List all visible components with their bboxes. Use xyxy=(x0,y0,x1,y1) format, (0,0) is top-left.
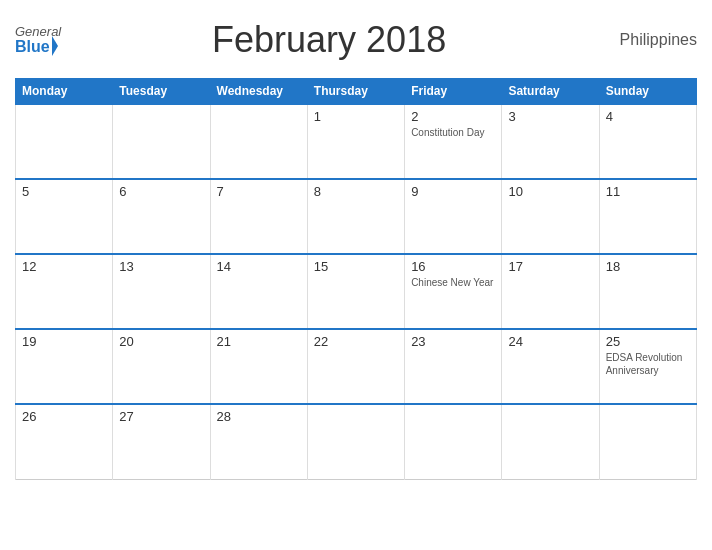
country-label: Philippines xyxy=(597,31,697,49)
calendar-cell: 13 xyxy=(113,254,210,329)
day-number: 23 xyxy=(411,334,495,349)
day-number: 3 xyxy=(508,109,592,124)
calendar-cell: 2Constitution Day xyxy=(405,104,502,179)
calendar-cell: 18 xyxy=(599,254,696,329)
weekday-wednesday: Wednesday xyxy=(210,79,307,105)
logo-triangle-icon xyxy=(52,36,58,56)
calendar-title: February 2018 xyxy=(61,19,597,61)
calendar-week-5: 262728 xyxy=(16,404,697,479)
calendar-cell xyxy=(16,104,113,179)
calendar-cell: 28 xyxy=(210,404,307,479)
day-number: 6 xyxy=(119,184,203,199)
calendar-body: 12Constitution Day345678910111213141516C… xyxy=(16,104,697,479)
day-number: 17 xyxy=(508,259,592,274)
calendar-cell xyxy=(502,404,599,479)
calendar-cell: 27 xyxy=(113,404,210,479)
calendar-cell: 3 xyxy=(502,104,599,179)
day-number: 10 xyxy=(508,184,592,199)
day-number: 28 xyxy=(217,409,301,424)
day-number: 20 xyxy=(119,334,203,349)
calendar-cell: 20 xyxy=(113,329,210,404)
calendar-cell: 23 xyxy=(405,329,502,404)
day-number: 11 xyxy=(606,184,690,199)
calendar-header-row: Monday Tuesday Wednesday Thursday Friday… xyxy=(16,79,697,105)
logo-blue-text: Blue xyxy=(15,38,58,56)
day-number: 1 xyxy=(314,109,398,124)
day-number: 12 xyxy=(22,259,106,274)
calendar-cell: 26 xyxy=(16,404,113,479)
day-number: 7 xyxy=(217,184,301,199)
day-number: 22 xyxy=(314,334,398,349)
day-event: Chinese New Year xyxy=(411,276,495,289)
weekday-friday: Friday xyxy=(405,79,502,105)
weekday-saturday: Saturday xyxy=(502,79,599,105)
calendar-cell: 10 xyxy=(502,179,599,254)
day-number: 5 xyxy=(22,184,106,199)
day-number: 16 xyxy=(411,259,495,274)
calendar-grid: Monday Tuesday Wednesday Thursday Friday… xyxy=(15,78,697,480)
day-number: 19 xyxy=(22,334,106,349)
calendar-cell: 9 xyxy=(405,179,502,254)
calendar-cell xyxy=(405,404,502,479)
day-number: 26 xyxy=(22,409,106,424)
day-number: 9 xyxy=(411,184,495,199)
calendar-week-1: 12Constitution Day34 xyxy=(16,104,697,179)
calendar-week-4: 19202122232425EDSA Revolution Anniversar… xyxy=(16,329,697,404)
logo: General Blue xyxy=(15,25,61,56)
calendar-cell: 14 xyxy=(210,254,307,329)
day-number: 18 xyxy=(606,259,690,274)
calendar-cell: 6 xyxy=(113,179,210,254)
calendar-cell: 5 xyxy=(16,179,113,254)
day-number: 27 xyxy=(119,409,203,424)
day-number: 25 xyxy=(606,334,690,349)
calendar-cell: 21 xyxy=(210,329,307,404)
calendar-container: General Blue February 2018 Philippines M… xyxy=(0,0,712,550)
day-number: 24 xyxy=(508,334,592,349)
calendar-cell xyxy=(210,104,307,179)
calendar-header: General Blue February 2018 Philippines xyxy=(15,10,697,70)
day-number: 15 xyxy=(314,259,398,274)
calendar-cell: 12 xyxy=(16,254,113,329)
calendar-cell: 7 xyxy=(210,179,307,254)
day-event: Constitution Day xyxy=(411,126,495,139)
weekday-sunday: Sunday xyxy=(599,79,696,105)
day-number: 4 xyxy=(606,109,690,124)
weekday-thursday: Thursday xyxy=(307,79,404,105)
day-number: 13 xyxy=(119,259,203,274)
weekday-tuesday: Tuesday xyxy=(113,79,210,105)
day-number: 8 xyxy=(314,184,398,199)
calendar-cell: 16Chinese New Year xyxy=(405,254,502,329)
calendar-cell: 4 xyxy=(599,104,696,179)
calendar-cell: 1 xyxy=(307,104,404,179)
calendar-cell: 11 xyxy=(599,179,696,254)
calendar-cell xyxy=(307,404,404,479)
day-number: 14 xyxy=(217,259,301,274)
calendar-cell: 25EDSA Revolution Anniversary xyxy=(599,329,696,404)
calendar-cell: 17 xyxy=(502,254,599,329)
calendar-cell: 15 xyxy=(307,254,404,329)
calendar-cell: 24 xyxy=(502,329,599,404)
calendar-cell xyxy=(113,104,210,179)
day-number: 21 xyxy=(217,334,301,349)
calendar-week-2: 567891011 xyxy=(16,179,697,254)
weekday-monday: Monday xyxy=(16,79,113,105)
calendar-cell xyxy=(599,404,696,479)
day-number: 2 xyxy=(411,109,495,124)
calendar-cell: 22 xyxy=(307,329,404,404)
calendar-cell: 8 xyxy=(307,179,404,254)
day-event: EDSA Revolution Anniversary xyxy=(606,351,690,377)
calendar-cell: 19 xyxy=(16,329,113,404)
calendar-week-3: 1213141516Chinese New Year1718 xyxy=(16,254,697,329)
